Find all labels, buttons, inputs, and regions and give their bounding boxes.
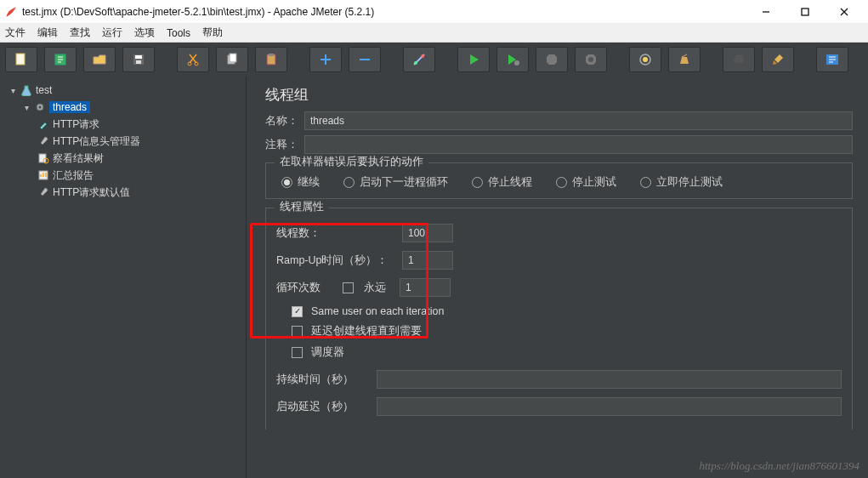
tree-root[interactable]: ▾ test <box>3 82 242 99</box>
radio-stop-test[interactable]: 停止测试 <box>556 175 616 190</box>
wrench-icon <box>37 135 49 147</box>
error-action-group: 在取样器错误后要执行的动作 继续 启动下一进程循环 停止线程 停止测试 立即停止… <box>265 162 853 199</box>
radio-next-loop[interactable]: 启动下一进程循环 <box>343 175 448 190</box>
threads-input[interactable] <box>402 224 453 242</box>
radio-dot-icon <box>281 177 292 188</box>
radio-label: 立即停止测试 <box>656 175 723 190</box>
radio-label: 继续 <box>298 175 320 190</box>
forever-checkbox[interactable] <box>343 282 354 293</box>
forever-label: 永远 <box>364 280 386 295</box>
svg-rect-4 <box>135 55 142 59</box>
expand-handle-icon[interactable]: ▾ <box>9 86 17 95</box>
radio-dot-icon <box>472 177 483 188</box>
open-icon[interactable] <box>83 47 116 72</box>
close-button[interactable] <box>831 3 858 21</box>
svg-rect-5 <box>136 60 141 64</box>
rampup-label: Ramp-Up时间（秒）： <box>276 253 395 268</box>
wrench-icon <box>37 186 49 198</box>
menu-edit[interactable]: 编辑 <box>37 26 58 40</box>
maximize-button[interactable] <box>791 3 819 21</box>
menu-tools[interactable]: Tools <box>167 27 190 39</box>
radio-continue[interactable]: 继续 <box>281 175 320 190</box>
jmeter-feather-icon <box>5 6 17 18</box>
minimize-button[interactable] <box>752 3 780 21</box>
delay-create-label: 延迟创建线程直到需要 <box>311 324 422 339</box>
test-plan-tree[interactable]: ▾ test ▾ threads HTTP请求 HTTP信息头管理器 察看结果树 <box>0 77 247 478</box>
save-icon[interactable] <box>122 47 155 72</box>
tree-root-label: test <box>36 84 52 96</box>
copy-icon[interactable] <box>216 47 248 72</box>
page-search-icon <box>37 152 49 164</box>
stop-icon[interactable] <box>536 47 568 72</box>
panel-title: 线程组 <box>265 85 853 105</box>
paste-icon[interactable] <box>255 47 287 72</box>
clear-icon[interactable] <box>629 47 661 72</box>
thread-props-group: 线程属性 线程数： Ramp-Up时间（秒）： 循环次数 永远 Same use… <box>265 208 853 430</box>
startup-delay-label: 启动延迟（秒） <box>276 400 370 414</box>
radio-label: 启动下一进程循环 <box>360 175 448 190</box>
svg-point-25 <box>39 106 42 109</box>
start-icon[interactable] <box>457 47 490 72</box>
menu-help[interactable]: 帮助 <box>202 26 223 40</box>
tree-view-results[interactable]: 察看结果树 <box>3 150 242 167</box>
toggle-icon[interactable] <box>403 47 435 72</box>
svg-rect-11 <box>269 54 274 56</box>
shutdown-icon[interactable] <box>575 47 607 72</box>
menu-run[interactable]: 运行 <box>102 26 122 40</box>
duration-input[interactable] <box>377 370 842 389</box>
loop-input[interactable] <box>400 278 451 297</box>
thread-group-panel: 线程组 名称： 注释： 在取样器错误后要执行的动作 继续 启动下一进程循环 停止… <box>247 77 868 478</box>
svg-rect-9 <box>230 54 236 62</box>
svg-rect-1 <box>16 54 25 65</box>
search-binocular-icon[interactable] <box>723 47 755 72</box>
radio-dot-icon <box>343 177 355 188</box>
toolbar <box>0 43 868 77</box>
startup-delay-input[interactable] <box>377 397 842 416</box>
radio-stop-now[interactable]: 立即停止测试 <box>640 175 723 190</box>
gear-icon <box>34 101 46 113</box>
comments-input[interactable] <box>304 135 853 154</box>
title-bar: test.jmx (D:\DevSoft\apache-jmeter-5.2.1… <box>0 0 868 24</box>
error-action-legend: 在取样器错误后要执行的动作 <box>275 155 428 169</box>
tree-http-request[interactable]: HTTP请求 <box>3 116 242 133</box>
function-helper-icon[interactable] <box>816 47 848 72</box>
rampup-input[interactable] <box>402 251 453 270</box>
window-title: test.jmx (D:\DevSoft\apache-jmeter-5.2.1… <box>22 6 752 18</box>
tree-item-label: HTTP请求默认值 <box>53 185 130 200</box>
tree-item-label: HTTP请求 <box>53 117 99 132</box>
radio-dot-icon <box>556 177 567 188</box>
tree-threads-label: threads <box>49 101 90 113</box>
tree-header-manager[interactable]: HTTP信息头管理器 <box>3 133 242 150</box>
menu-options[interactable]: 选项 <box>134 26 155 40</box>
svg-point-19 <box>643 57 648 62</box>
new-icon[interactable] <box>5 47 37 72</box>
same-user-label: Same user on each iteration <box>311 305 444 317</box>
tree-item-label: HTTP信息头管理器 <box>53 134 140 149</box>
tree-threads[interactable]: ▾ threads <box>3 99 242 116</box>
duration-label: 持续时间（秒） <box>276 373 370 387</box>
menu-search[interactable]: 查找 <box>70 26 90 40</box>
remove-icon[interactable] <box>349 47 381 72</box>
svg-point-17 <box>588 57 593 62</box>
svg-marker-15 <box>547 54 557 65</box>
templates-icon[interactable] <box>44 47 77 72</box>
scheduler-checkbox[interactable] <box>292 347 303 358</box>
clear-all-icon[interactable] <box>668 47 701 72</box>
loop-label: 循环次数 <box>276 281 336 295</box>
tree-item-label: 汇总报告 <box>53 168 94 183</box>
radio-stop-thread[interactable]: 停止线程 <box>472 175 532 190</box>
delay-create-checkbox[interactable] <box>292 326 303 337</box>
cut-icon[interactable] <box>177 47 209 72</box>
menu-file[interactable]: 文件 <box>5 26 26 40</box>
tree-http-defaults[interactable]: HTTP请求默认值 <box>3 184 242 201</box>
broom-icon[interactable] <box>762 47 794 72</box>
start-notimer-icon[interactable] <box>496 47 529 72</box>
radio-label: 停止测试 <box>572 175 616 190</box>
add-icon[interactable] <box>309 47 342 72</box>
same-user-checkbox[interactable] <box>292 306 303 317</box>
threads-label: 线程数： <box>276 226 395 241</box>
expand-handle-icon[interactable]: ▾ <box>22 103 31 112</box>
menu-bar: 文件 编辑 查找 运行 选项 Tools 帮助 <box>0 24 868 43</box>
tree-summary-report[interactable]: 汇总报告 <box>3 167 242 184</box>
name-input[interactable] <box>304 111 853 130</box>
